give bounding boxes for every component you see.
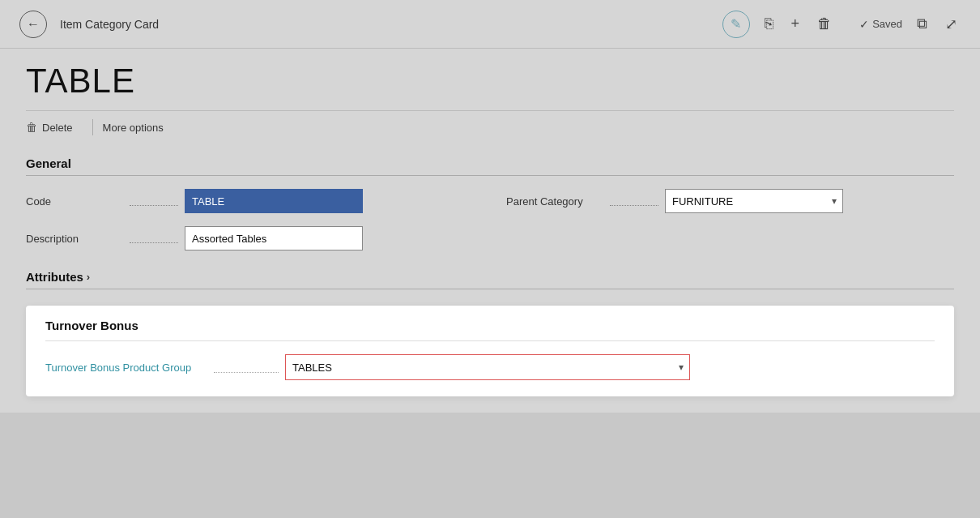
general-section-title: General — [26, 156, 954, 176]
back-button[interactable]: ← — [19, 11, 47, 38]
share-button[interactable]: ⎘ — [761, 12, 777, 36]
action-bar: 🗑 Delete More options — [26, 110, 954, 143]
description-input[interactable] — [185, 226, 363, 250]
turnover-bonus-panel: Turnover Bonus Turnover Bonus Product Gr… — [26, 306, 954, 396]
delete-icon: 🗑 — [26, 121, 37, 134]
delete-button[interactable]: 🗑 Delete — [26, 118, 83, 137]
add-icon: + — [791, 15, 800, 32]
turnover-product-group-label: Turnover Bonus Product Group — [45, 362, 207, 374]
turnover-bonus-title: Turnover Bonus — [45, 319, 935, 341]
parent-category-select-wrapper: FURNITURE CHAIR DESK STORAGE ▾ — [665, 189, 843, 213]
record-title: TABLE — [26, 49, 954, 110]
code-label: Code — [26, 195, 123, 208]
add-button[interactable]: + — [788, 12, 803, 36]
check-icon: ✓ — [859, 18, 869, 31]
more-options-label: More options — [103, 122, 164, 134]
attributes-label: Attributes — [26, 270, 83, 284]
saved-status: ✓ Saved — [859, 18, 902, 31]
parent-category-field-row: Parent Category FURNITURE CHAIR DESK STO… — [506, 189, 954, 213]
toolbar-actions: ✎ ⎘ + 🗑 ✓ Saved ⧉ ⤢ — [722, 11, 961, 38]
turnover-product-group-select[interactable]: TABLES CHAIRS DESKS SOFAS — [285, 354, 690, 380]
general-section: General Code Parent Category FURNITURE C… — [26, 156, 954, 257]
description-dots — [130, 232, 178, 243]
open-external-icon: ⧉ — [917, 15, 927, 32]
parent-category-label: Parent Category — [506, 195, 603, 208]
code-input[interactable] — [185, 189, 363, 213]
open-external-button[interactable]: ⧉ — [914, 12, 931, 36]
edit-button[interactable]: ✎ — [722, 11, 750, 38]
top-bar: ← Item Category Card ✎ ⎘ + 🗑 ✓ Saved ⧉ ⤢ — [0, 0, 980, 49]
turnover-dots — [214, 362, 279, 373]
more-options-button[interactable]: More options — [103, 118, 173, 137]
attributes-chevron-icon: › — [87, 271, 90, 283]
code-dots — [130, 195, 178, 206]
share-icon: ⎘ — [765, 15, 773, 32]
back-icon: ← — [27, 17, 40, 32]
turnover-product-group-row: Turnover Bonus Product Group TABLES CHAI… — [45, 354, 935, 380]
turnover-product-group-select-wrapper: TABLES CHAIRS DESKS SOFAS ▾ — [285, 354, 690, 380]
parent-category-select[interactable]: FURNITURE CHAIR DESK STORAGE — [665, 189, 843, 213]
action-divider — [92, 119, 93, 135]
delete-toolbar-button[interactable]: 🗑 — [814, 12, 835, 36]
parent-category-dots — [610, 195, 658, 206]
code-field-row: Code — [26, 189, 474, 213]
description-label: Description — [26, 233, 123, 245]
edit-icon: ✎ — [731, 16, 741, 32]
saved-label: Saved — [872, 18, 902, 30]
expand-button[interactable]: ⤢ — [942, 12, 961, 36]
form-grid: Code Parent Category FURNITURE CHAIR DES… — [26, 189, 954, 257]
delete-label: Delete — [42, 122, 73, 134]
description-field-row: Description — [26, 226, 474, 250]
page-title: Item Category Card — [60, 18, 709, 31]
attributes-section: Attributes › — [26, 270, 954, 289]
delete-toolbar-icon: 🗑 — [817, 15, 832, 32]
attributes-section-title[interactable]: Attributes › — [26, 270, 954, 289]
expand-icon: ⤢ — [945, 15, 957, 33]
main-content: TABLE 🗑 Delete More options General Code… — [0, 49, 980, 413]
